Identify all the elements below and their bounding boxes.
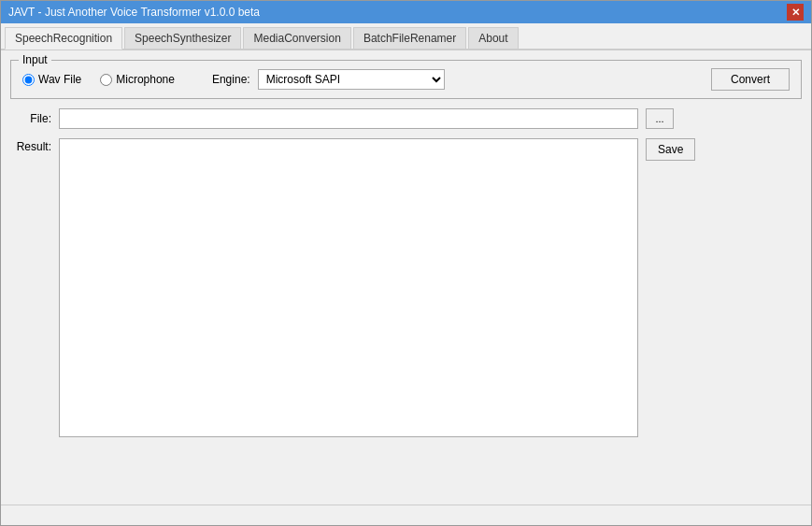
content-area: Input Wav File Microphone Engine: Micros…	[1, 50, 811, 505]
status-bar	[1, 505, 811, 525]
microphone-radio[interactable]	[100, 74, 112, 86]
main-window: JAVT - Just Another Voice Transformer v1…	[0, 0, 812, 526]
file-row: File: ...	[10, 108, 802, 129]
engine-select[interactable]: Microsoft SAPI Other Engine	[258, 69, 445, 90]
title-bar: JAVT - Just Another Voice Transformer v1…	[1, 1, 811, 23]
tab-speech-synthesizer[interactable]: SpeechSynthesizer	[124, 27, 241, 49]
microphone-radio-label[interactable]: Microphone	[100, 73, 175, 86]
wav-file-radio[interactable]	[22, 74, 35, 86]
microphone-label: Microphone	[116, 73, 175, 86]
tab-media-conversion[interactable]: MediaConversion	[243, 27, 350, 49]
engine-label: Engine:	[212, 73, 250, 86]
wav-file-radio-label[interactable]: Wav File	[22, 73, 81, 86]
result-textarea[interactable]	[59, 138, 638, 437]
input-group-legend: Input	[19, 53, 51, 66]
wav-file-label: Wav File	[38, 73, 81, 86]
tab-batch-file-renamer[interactable]: BatchFileRenamer	[353, 27, 466, 49]
window-title: JAVT - Just Another Voice Transformer v1…	[8, 6, 260, 19]
close-button[interactable]: ✕	[787, 4, 804, 21]
tab-about[interactable]: About	[468, 27, 518, 49]
result-label: Result:	[14, 138, 51, 153]
convert-button[interactable]: Convert	[711, 68, 790, 91]
tab-speech-recognition[interactable]: SpeechRecognition	[5, 27, 122, 50]
save-button[interactable]: Save	[646, 138, 695, 161]
result-row: Result: Save	[10, 138, 802, 495]
browse-button[interactable]: ...	[646, 108, 674, 129]
file-input[interactable]	[59, 108, 638, 129]
input-group: Input Wav File Microphone Engine: Micros…	[10, 60, 802, 99]
engine-section: Engine: Microsoft SAPI Other Engine	[212, 69, 445, 90]
tabs-bar: SpeechRecognition SpeechSynthesizer Medi…	[1, 23, 811, 50]
file-label: File:	[14, 112, 51, 125]
